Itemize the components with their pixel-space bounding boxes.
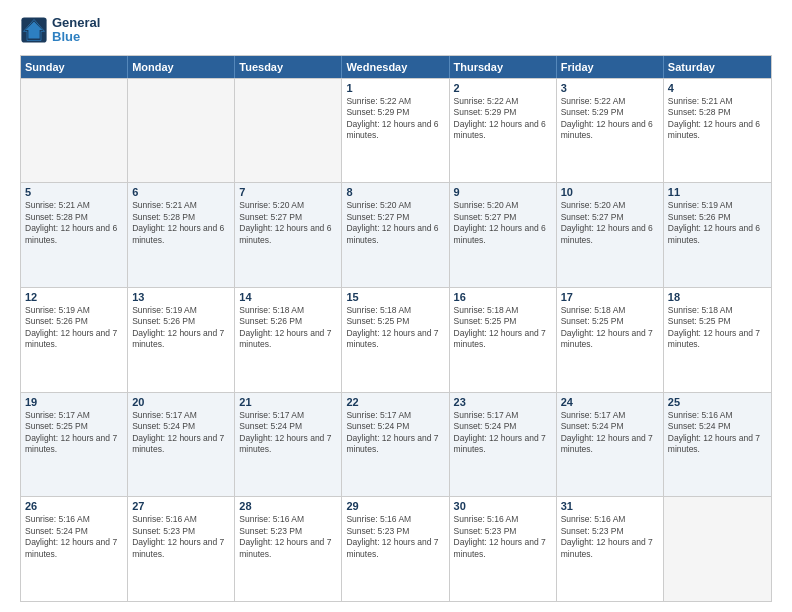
header-day-friday: Friday bbox=[557, 56, 664, 78]
day-info: Sunrise: 5:17 AMSunset: 5:24 PMDaylight:… bbox=[454, 410, 552, 456]
day-number: 1 bbox=[346, 82, 444, 94]
day-info: Sunrise: 5:16 AMSunset: 5:24 PMDaylight:… bbox=[25, 514, 123, 560]
day-number: 31 bbox=[561, 500, 659, 512]
cal-cell-1: 1Sunrise: 5:22 AMSunset: 5:29 PMDaylight… bbox=[342, 79, 449, 183]
cal-cell-26: 26Sunrise: 5:16 AMSunset: 5:24 PMDayligh… bbox=[21, 497, 128, 601]
cal-cell-7: 7Sunrise: 5:20 AMSunset: 5:27 PMDaylight… bbox=[235, 183, 342, 287]
cal-cell-14: 14Sunrise: 5:18 AMSunset: 5:26 PMDayligh… bbox=[235, 288, 342, 392]
cal-cell-19: 19Sunrise: 5:17 AMSunset: 5:25 PMDayligh… bbox=[21, 393, 128, 497]
day-info: Sunrise: 5:17 AMSunset: 5:24 PMDaylight:… bbox=[346, 410, 444, 456]
day-number: 4 bbox=[668, 82, 767, 94]
cal-cell-empty-0 bbox=[21, 79, 128, 183]
day-number: 9 bbox=[454, 186, 552, 198]
cal-cell-11: 11Sunrise: 5:19 AMSunset: 5:26 PMDayligh… bbox=[664, 183, 771, 287]
day-info: Sunrise: 5:20 AMSunset: 5:27 PMDaylight:… bbox=[454, 200, 552, 246]
week-row-5: 26Sunrise: 5:16 AMSunset: 5:24 PMDayligh… bbox=[21, 496, 771, 601]
day-info: Sunrise: 5:16 AMSunset: 5:23 PMDaylight:… bbox=[239, 514, 337, 560]
day-info: Sunrise: 5:18 AMSunset: 5:25 PMDaylight:… bbox=[561, 305, 659, 351]
calendar-body: 1Sunrise: 5:22 AMSunset: 5:29 PMDaylight… bbox=[21, 78, 771, 601]
cal-cell-28: 28Sunrise: 5:16 AMSunset: 5:23 PMDayligh… bbox=[235, 497, 342, 601]
header: General Blue bbox=[20, 16, 772, 45]
day-number: 16 bbox=[454, 291, 552, 303]
cal-cell-22: 22Sunrise: 5:17 AMSunset: 5:24 PMDayligh… bbox=[342, 393, 449, 497]
day-info: Sunrise: 5:17 AMSunset: 5:24 PMDaylight:… bbox=[239, 410, 337, 456]
day-number: 28 bbox=[239, 500, 337, 512]
logo: General Blue bbox=[20, 16, 100, 45]
day-number: 2 bbox=[454, 82, 552, 94]
cal-cell-2: 2Sunrise: 5:22 AMSunset: 5:29 PMDaylight… bbox=[450, 79, 557, 183]
day-number: 8 bbox=[346, 186, 444, 198]
week-row-2: 5Sunrise: 5:21 AMSunset: 5:28 PMDaylight… bbox=[21, 182, 771, 287]
day-info: Sunrise: 5:16 AMSunset: 5:23 PMDaylight:… bbox=[346, 514, 444, 560]
cal-cell-8: 8Sunrise: 5:20 AMSunset: 5:27 PMDaylight… bbox=[342, 183, 449, 287]
day-number: 24 bbox=[561, 396, 659, 408]
day-info: Sunrise: 5:22 AMSunset: 5:29 PMDaylight:… bbox=[454, 96, 552, 142]
day-number: 23 bbox=[454, 396, 552, 408]
cal-cell-empty-1 bbox=[128, 79, 235, 183]
day-info: Sunrise: 5:21 AMSunset: 5:28 PMDaylight:… bbox=[132, 200, 230, 246]
cal-cell-9: 9Sunrise: 5:20 AMSunset: 5:27 PMDaylight… bbox=[450, 183, 557, 287]
day-number: 13 bbox=[132, 291, 230, 303]
cal-cell-empty-6 bbox=[664, 497, 771, 601]
logo-text: General Blue bbox=[52, 16, 100, 45]
day-number: 25 bbox=[668, 396, 767, 408]
day-info: Sunrise: 5:21 AMSunset: 5:28 PMDaylight:… bbox=[668, 96, 767, 142]
cal-cell-18: 18Sunrise: 5:18 AMSunset: 5:25 PMDayligh… bbox=[664, 288, 771, 392]
cal-cell-5: 5Sunrise: 5:21 AMSunset: 5:28 PMDaylight… bbox=[21, 183, 128, 287]
cal-cell-24: 24Sunrise: 5:17 AMSunset: 5:24 PMDayligh… bbox=[557, 393, 664, 497]
header-day-tuesday: Tuesday bbox=[235, 56, 342, 78]
day-number: 11 bbox=[668, 186, 767, 198]
week-row-4: 19Sunrise: 5:17 AMSunset: 5:25 PMDayligh… bbox=[21, 392, 771, 497]
header-day-sunday: Sunday bbox=[21, 56, 128, 78]
week-row-1: 1Sunrise: 5:22 AMSunset: 5:29 PMDaylight… bbox=[21, 78, 771, 183]
day-info: Sunrise: 5:19 AMSunset: 5:26 PMDaylight:… bbox=[25, 305, 123, 351]
day-info: Sunrise: 5:20 AMSunset: 5:27 PMDaylight:… bbox=[239, 200, 337, 246]
day-info: Sunrise: 5:20 AMSunset: 5:27 PMDaylight:… bbox=[346, 200, 444, 246]
cal-cell-12: 12Sunrise: 5:19 AMSunset: 5:26 PMDayligh… bbox=[21, 288, 128, 392]
day-number: 29 bbox=[346, 500, 444, 512]
day-info: Sunrise: 5:18 AMSunset: 5:26 PMDaylight:… bbox=[239, 305, 337, 351]
day-number: 17 bbox=[561, 291, 659, 303]
cal-cell-empty-2 bbox=[235, 79, 342, 183]
day-number: 26 bbox=[25, 500, 123, 512]
day-number: 12 bbox=[25, 291, 123, 303]
day-info: Sunrise: 5:20 AMSunset: 5:27 PMDaylight:… bbox=[561, 200, 659, 246]
day-info: Sunrise: 5:22 AMSunset: 5:29 PMDaylight:… bbox=[561, 96, 659, 142]
cal-cell-23: 23Sunrise: 5:17 AMSunset: 5:24 PMDayligh… bbox=[450, 393, 557, 497]
header-day-wednesday: Wednesday bbox=[342, 56, 449, 78]
day-number: 15 bbox=[346, 291, 444, 303]
logo-icon bbox=[20, 16, 48, 44]
day-info: Sunrise: 5:19 AMSunset: 5:26 PMDaylight:… bbox=[132, 305, 230, 351]
day-number: 7 bbox=[239, 186, 337, 198]
day-info: Sunrise: 5:16 AMSunset: 5:23 PMDaylight:… bbox=[132, 514, 230, 560]
cal-cell-30: 30Sunrise: 5:16 AMSunset: 5:23 PMDayligh… bbox=[450, 497, 557, 601]
cal-cell-4: 4Sunrise: 5:21 AMSunset: 5:28 PMDaylight… bbox=[664, 79, 771, 183]
day-number: 20 bbox=[132, 396, 230, 408]
week-row-3: 12Sunrise: 5:19 AMSunset: 5:26 PMDayligh… bbox=[21, 287, 771, 392]
day-info: Sunrise: 5:16 AMSunset: 5:24 PMDaylight:… bbox=[668, 410, 767, 456]
page: General Blue SundayMondayTuesdayWednesda… bbox=[0, 0, 792, 612]
cal-cell-31: 31Sunrise: 5:16 AMSunset: 5:23 PMDayligh… bbox=[557, 497, 664, 601]
cal-cell-17: 17Sunrise: 5:18 AMSunset: 5:25 PMDayligh… bbox=[557, 288, 664, 392]
calendar-header: SundayMondayTuesdayWednesdayThursdayFrid… bbox=[21, 56, 771, 78]
day-info: Sunrise: 5:16 AMSunset: 5:23 PMDaylight:… bbox=[561, 514, 659, 560]
day-info: Sunrise: 5:21 AMSunset: 5:28 PMDaylight:… bbox=[25, 200, 123, 246]
cal-cell-10: 10Sunrise: 5:20 AMSunset: 5:27 PMDayligh… bbox=[557, 183, 664, 287]
cal-cell-21: 21Sunrise: 5:17 AMSunset: 5:24 PMDayligh… bbox=[235, 393, 342, 497]
day-number: 5 bbox=[25, 186, 123, 198]
cal-cell-20: 20Sunrise: 5:17 AMSunset: 5:24 PMDayligh… bbox=[128, 393, 235, 497]
cal-cell-13: 13Sunrise: 5:19 AMSunset: 5:26 PMDayligh… bbox=[128, 288, 235, 392]
day-number: 18 bbox=[668, 291, 767, 303]
cal-cell-15: 15Sunrise: 5:18 AMSunset: 5:25 PMDayligh… bbox=[342, 288, 449, 392]
cal-cell-29: 29Sunrise: 5:16 AMSunset: 5:23 PMDayligh… bbox=[342, 497, 449, 601]
day-number: 19 bbox=[25, 396, 123, 408]
day-number: 27 bbox=[132, 500, 230, 512]
cal-cell-3: 3Sunrise: 5:22 AMSunset: 5:29 PMDaylight… bbox=[557, 79, 664, 183]
day-number: 14 bbox=[239, 291, 337, 303]
day-info: Sunrise: 5:19 AMSunset: 5:26 PMDaylight:… bbox=[668, 200, 767, 246]
day-number: 6 bbox=[132, 186, 230, 198]
cal-cell-25: 25Sunrise: 5:16 AMSunset: 5:24 PMDayligh… bbox=[664, 393, 771, 497]
day-number: 21 bbox=[239, 396, 337, 408]
day-info: Sunrise: 5:18 AMSunset: 5:25 PMDaylight:… bbox=[454, 305, 552, 351]
day-info: Sunrise: 5:16 AMSunset: 5:23 PMDaylight:… bbox=[454, 514, 552, 560]
